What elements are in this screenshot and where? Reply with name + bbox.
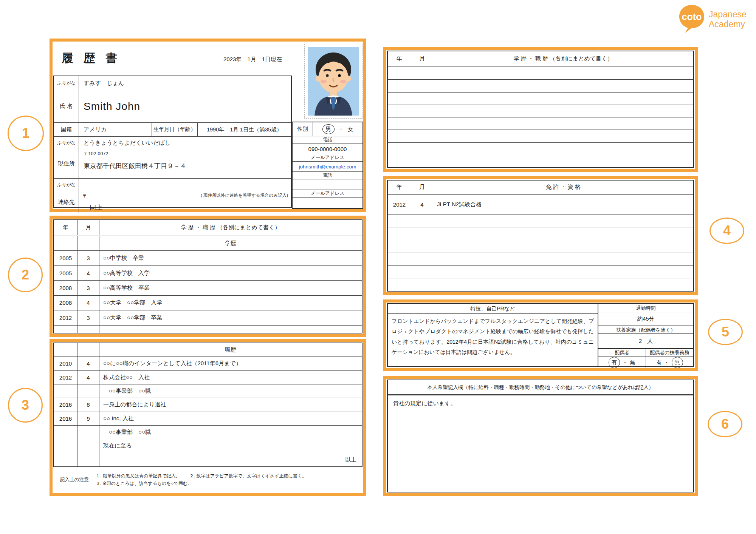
cell-month — [411, 93, 433, 105]
cell-desc: ○○事業部 ○○職 — [99, 384, 362, 398]
gender-label: 性別 — [293, 122, 313, 136]
address-value: 東京都千代田区飯田橋４丁目９－４ — [84, 162, 287, 170]
furigana-label: ふりがな — [54, 76, 79, 90]
table-row: 20084○○大学 ○○学部 入学 — [54, 296, 362, 310]
cell-year: 2008 — [54, 281, 77, 295]
cell-desc: 職歴 — [99, 343, 362, 357]
cell-desc — [433, 143, 693, 155]
table-row: ○○事業部 ○○職 — [54, 426, 362, 439]
column-header-year: 年 — [388, 51, 411, 66]
notes-line1: １. 鉛筆以外の黒又は青の筆記具で記入。 ２. 数字はアラビア数字で、文字はくず… — [96, 472, 363, 480]
nationality-label: 国籍 — [54, 123, 79, 136]
table-row: 20168一身上の都合により退社 — [54, 398, 362, 412]
cell-month — [77, 384, 99, 398]
phone2-value-empty — [293, 179, 363, 190]
cell-desc: ○○高等学校 入学 — [99, 266, 362, 280]
cell-desc — [433, 155, 693, 167]
email2-label: メールアドレス — [293, 190, 363, 198]
cell-year — [388, 117, 411, 130]
table-row: 20124株式会社○○ 入社 — [54, 371, 362, 384]
table-row — [388, 215, 693, 228]
cell-desc: 以上 — [99, 453, 362, 466]
email-link[interactable]: johnsmith@example.com — [299, 164, 356, 170]
table-row: 20123○○大学 ○○学部 卒業 — [54, 310, 362, 325]
phone-value: 090-0000-0000 — [293, 144, 363, 154]
column-header-history: 学 歴 ・ 職 歴 （各別にまとめて書く） — [433, 51, 693, 66]
table-row: 20054○○高等学校 入学 — [54, 266, 362, 281]
wishes-body: 貴社の規定に従います。 — [388, 395, 693, 492]
contact-row: 連絡先 〒 ( 現住所以外に連絡を希望する場合のみ記入) 同上 — [54, 191, 291, 213]
spouse-support-header: 配偶者の扶養義務 — [646, 349, 693, 357]
education-history-panel: 年 月 学 歴 ・ 職 歴 （各別にまとめて書く） 学歴20053○○中学校 卒… — [50, 216, 366, 337]
table-row — [54, 326, 362, 333]
cell-year: 2012 — [54, 310, 77, 325]
spouse-header: 配偶者 — [598, 349, 646, 357]
cell-desc — [433, 266, 693, 278]
work-history-panel: 職歴20104○○に○○職のインターンとして入社（2011年6月まで）20124… — [50, 339, 366, 496]
cell-month: 4 — [77, 296, 99, 310]
license-panel: 年 月 免 許 ・ 資 格 20124JLPT N2試験合格 — [383, 176, 698, 295]
license-table: 年 月 免 許 ・ 資 格 20124JLPT N2試験合格 — [387, 180, 694, 292]
nationality-value: アメリカ — [79, 123, 152, 136]
gender-female: 女 — [348, 126, 353, 133]
table-row: 20104○○に○○職のインターンとして入社（2011年6月まで） — [54, 357, 362, 370]
cell-month — [77, 439, 99, 452]
cell-desc — [433, 117, 693, 130]
cell-month — [411, 155, 433, 167]
table-row: 学歴 — [54, 236, 362, 251]
table-row: 20053○○中学校 卒業 — [54, 251, 362, 265]
personal-fields-table: ふりがな すみす じょん 氏 名 Smith John 国籍 アメリカ 生年月日… — [53, 76, 292, 208]
cell-desc — [433, 278, 693, 291]
contact-value: 同上 — [90, 203, 287, 212]
birthdate-value: 1990年 1月 1日生（満35歳） — [198, 123, 291, 136]
address-row: 現住所 〒102-0072 東京都千代田区飯田橋４丁目９－４ — [54, 149, 291, 178]
cell-year: 2008 — [54, 296, 77, 310]
furigana-value: すみす じょん — [79, 76, 291, 90]
brand-name: Japanese Academy — [709, 4, 747, 29]
cell-desc: ○○中学校 卒業 — [99, 251, 362, 265]
table-row — [388, 278, 693, 291]
photo-frame — [304, 44, 363, 119]
cell-year: 2016 — [54, 412, 77, 425]
cell-desc — [433, 240, 693, 253]
cell-year — [54, 343, 77, 357]
email2-value-empty — [293, 198, 363, 208]
brand-name-line2: Academy — [709, 20, 747, 29]
cell-month — [411, 143, 433, 155]
column-header-year: 年 — [54, 220, 77, 235]
cell-desc: 学歴 — [99, 236, 362, 250]
name-label: 氏 名 — [54, 90, 79, 122]
address-postal: 〒102-0072 — [84, 151, 287, 157]
address-furigana-value: とうきょうとちよだくいいだばし — [79, 137, 291, 149]
cell-desc — [433, 80, 693, 92]
step-badge-3: 3 — [8, 388, 43, 423]
cell-year: 2012 — [54, 371, 77, 384]
work-table-rows: 職歴20104○○に○○職のインターンとして入社（2011年6月まで）20124… — [54, 343, 362, 466]
cell-year — [54, 236, 77, 250]
cell-month: 8 — [77, 398, 99, 411]
table-row — [388, 117, 693, 130]
resume-date: 2023年 1月 1日現在 — [223, 56, 282, 63]
notes-line2: ３. ※印のところは、該当するものを○で囲む。 — [96, 480, 363, 487]
cell-year: 2016 — [54, 398, 77, 411]
coto-speech-bubble-icon: coto — [678, 4, 706, 34]
cell-month: 3 — [77, 281, 99, 295]
work-table: 職歴20104○○に○○職のインターンとして入社（2011年6月まで）20124… — [53, 343, 363, 467]
cell-month: 4 — [77, 371, 99, 384]
cell-desc: JLPT N2試験合格 — [433, 195, 693, 215]
table-row — [388, 155, 693, 167]
wishes-table: 本人希望記入欄（特に給料・職種・勤務時間・勤務地・その他についての希望などがあれ… — [387, 380, 694, 492]
cell-desc: 一身上の都合により退社 — [99, 398, 362, 411]
contact-furigana-label: ふりがな — [54, 179, 79, 191]
cell-month — [411, 67, 433, 79]
cell-desc: ○○高等学校 卒業 — [99, 281, 362, 295]
cell-year — [388, 266, 411, 278]
spouse-yes-circled: 有 — [609, 357, 620, 368]
cell-year — [388, 80, 411, 92]
spouse-row: 配偶者 有 ・ 無 配偶者の扶養義務 有 ・ 無 — [598, 349, 693, 368]
cell-year: 2010 — [54, 357, 77, 370]
cell-month — [411, 266, 433, 278]
address-furigana-label: ふりがな — [54, 137, 79, 149]
table-row — [388, 93, 693, 105]
cell-month: 4 — [77, 266, 99, 280]
